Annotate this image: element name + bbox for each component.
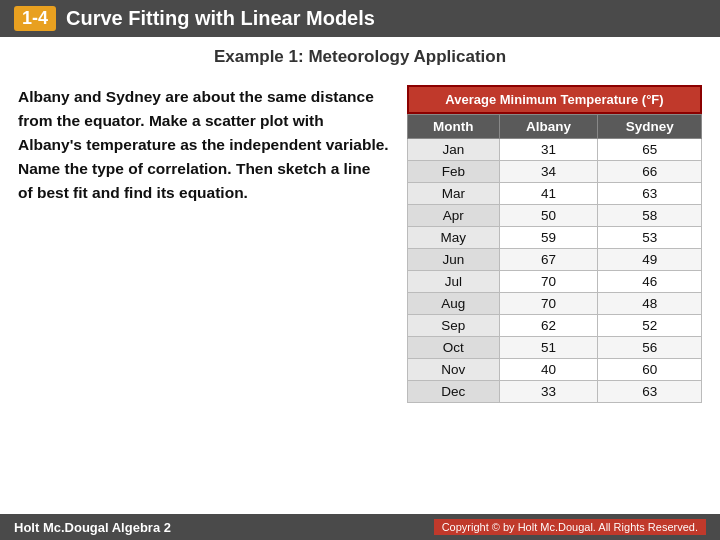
table-row: Feb3466 (408, 161, 702, 183)
table-cell-sydney: 65 (598, 139, 702, 161)
table-cell-albany: 70 (499, 271, 598, 293)
temperature-table-container: Average Minimum Temperature (°F) Month A… (407, 85, 702, 403)
table-body: Jan3165Feb3466Mar4163Apr5058May5953Jun67… (408, 139, 702, 403)
table-cell-month: Nov (408, 359, 500, 381)
table-cell-sydney: 63 (598, 381, 702, 403)
col-header-albany: Albany (499, 115, 598, 139)
table-row: Dec3363 (408, 381, 702, 403)
table-cell-albany: 34 (499, 161, 598, 183)
table-cell-month: May (408, 227, 500, 249)
table-cell-sydney: 63 (598, 183, 702, 205)
table-cell-sydney: 66 (598, 161, 702, 183)
table-row: Mar4163 (408, 183, 702, 205)
table-row: Jul7046 (408, 271, 702, 293)
footer-left: Holt Mc.Dougal Algebra 2 (14, 520, 171, 535)
col-header-month: Month (408, 115, 500, 139)
lesson-badge: 1-4 (14, 6, 56, 31)
table-cell-sydney: 49 (598, 249, 702, 271)
header-bar: 1-4 Curve Fitting with Linear Models (0, 0, 720, 37)
footer-right: Copyright © by Holt Mc.Dougal. All Right… (434, 519, 706, 535)
table-row: Jun6749 (408, 249, 702, 271)
description-text: Albany and Sydney are about the same dis… (18, 85, 389, 205)
table-cell-albany: 33 (499, 381, 598, 403)
table-cell-sydney: 60 (598, 359, 702, 381)
table-cell-albany: 67 (499, 249, 598, 271)
table-cell-albany: 70 (499, 293, 598, 315)
table-cell-albany: 50 (499, 205, 598, 227)
table-cell-albany: 31 (499, 139, 598, 161)
table-cell-month: Mar (408, 183, 500, 205)
table-cell-sydney: 48 (598, 293, 702, 315)
content-area: Albany and Sydney are about the same dis… (0, 75, 720, 403)
table-cell-albany: 62 (499, 315, 598, 337)
temperature-table: Month Albany Sydney Jan3165Feb3466Mar416… (407, 114, 702, 403)
table-row: Aug7048 (408, 293, 702, 315)
table-cell-month: Oct (408, 337, 500, 359)
table-row: Jan3165 (408, 139, 702, 161)
table-cell-sydney: 52 (598, 315, 702, 337)
table-row: Nov4060 (408, 359, 702, 381)
table-cell-sydney: 53 (598, 227, 702, 249)
header-title: Curve Fitting with Linear Models (66, 7, 375, 30)
table-row: Sep6252 (408, 315, 702, 337)
table-row: May5953 (408, 227, 702, 249)
table-cell-albany: 40 (499, 359, 598, 381)
table-cell-albany: 41 (499, 183, 598, 205)
table-header-row: Month Albany Sydney (408, 115, 702, 139)
col-header-sydney: Sydney (598, 115, 702, 139)
table-title: Average Minimum Temperature (°F) (407, 85, 702, 114)
table-cell-month: Dec (408, 381, 500, 403)
table-cell-sydney: 46 (598, 271, 702, 293)
table-cell-sydney: 56 (598, 337, 702, 359)
table-cell-sydney: 58 (598, 205, 702, 227)
table-row: Oct5156 (408, 337, 702, 359)
table-cell-month: Apr (408, 205, 500, 227)
table-cell-albany: 59 (499, 227, 598, 249)
table-cell-month: Jan (408, 139, 500, 161)
table-cell-month: Aug (408, 293, 500, 315)
table-cell-month: Feb (408, 161, 500, 183)
footer: Holt Mc.Dougal Algebra 2 Copyright © by … (0, 514, 720, 540)
example-title: Example 1: Meteorology Application (0, 37, 720, 75)
table-row: Apr5058 (408, 205, 702, 227)
table-cell-month: Sep (408, 315, 500, 337)
table-cell-month: Jun (408, 249, 500, 271)
table-cell-albany: 51 (499, 337, 598, 359)
table-cell-month: Jul (408, 271, 500, 293)
